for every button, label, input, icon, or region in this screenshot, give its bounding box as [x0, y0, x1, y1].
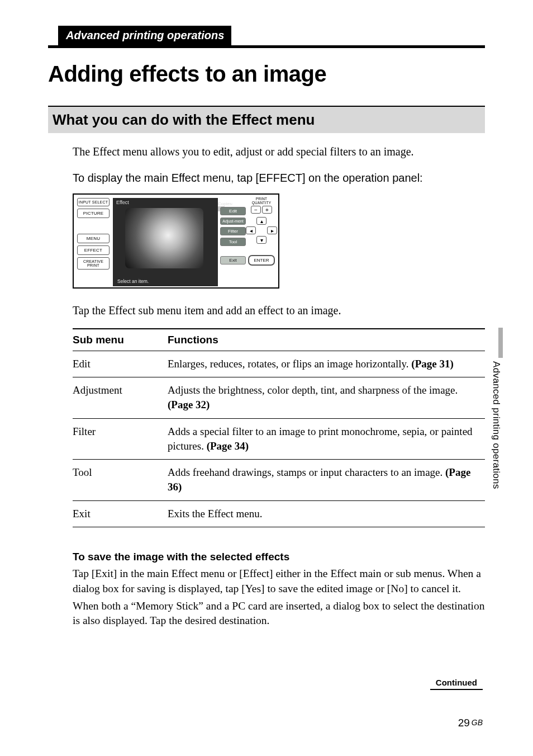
side-tab-text: Advanced printing operations: [491, 361, 502, 489]
cell-func: Adds freehand drawings, stamps or input …: [168, 460, 485, 500]
th-submenu: Sub menu: [73, 329, 168, 351]
ss-print-quantity-label: PRINT QUANTITY: [248, 197, 275, 205]
ss-dpad: ▴ ◂▸ ▾: [248, 217, 275, 245]
dpad-up-icon: ▴: [256, 217, 266, 225]
page-title: Adding effects to an image: [48, 62, 485, 87]
ss-center-panel: Effect Copies: 1 Select an item.: [113, 198, 218, 286]
spacer: [220, 248, 246, 254]
cell-sub: Tool: [73, 460, 168, 500]
ss-left-column: INPUT SELECT PICTURE MENU EFFECT CREATIV…: [77, 198, 110, 270]
ss-rbtn-edit: Edit: [220, 207, 246, 215]
ss-rbtn-exit: Exit: [220, 256, 246, 264]
ss-enter: ENTER: [248, 255, 275, 266]
continued-label: Continued: [430, 675, 483, 690]
ss-btn-picture: PICTURE: [77, 209, 110, 218]
dpad-down-icon: ▾: [256, 236, 266, 244]
side-tab: Advanced printing operations: [491, 328, 503, 507]
functions-table: Sub menu Functions Edit Enlarges, reduce…: [73, 328, 485, 527]
ss-btn-effect: EFFECT: [77, 245, 110, 255]
ss-pm-group: − +: [248, 206, 275, 214]
page-region: GB: [472, 718, 483, 727]
ss-btn-creative-print: CREATIVE PRINT: [77, 257, 110, 270]
cell-sub: Edit: [73, 351, 168, 377]
ss-btn-input-select: INPUT SELECT: [77, 198, 110, 206]
side-tab-marker: [498, 328, 503, 358]
dpad-right-icon: ▸: [267, 226, 277, 234]
section-header: Advanced printing operations: [58, 26, 231, 45]
table-row: Tool Adds freehand drawings, stamps or i…: [73, 460, 485, 500]
save-heading: To save the image with the selected effe…: [73, 551, 485, 563]
section-heading: What you can do with the Effect menu: [48, 106, 485, 133]
cell-sub: Adjustment: [73, 377, 168, 418]
cell-func: Adds a special filter to an image to pri…: [168, 418, 485, 459]
ss-right-column: Edit Adjust-ment Filter Tool Exit: [220, 198, 246, 264]
ss-btn-menu: MENU: [77, 234, 110, 243]
ss-hint: Select an item.: [117, 278, 149, 284]
cell-func: Adjusts the brightness, color depth, tin…: [168, 377, 485, 418]
spacer: [220, 198, 246, 205]
th-functions: Functions: [168, 329, 485, 351]
ss-center-title: Effect: [113, 198, 218, 207]
page-number: 29GB: [458, 717, 483, 729]
ss-minus: −: [251, 206, 261, 214]
intro-text: The Effect menu allows you to edit, adju…: [73, 145, 485, 158]
cell-func: Enlarges, reduces, rotates, or flips an …: [168, 351, 485, 377]
ss-plus: +: [262, 206, 272, 214]
save-para-1: Tap [Exit] in the main Effect menu or [E…: [73, 566, 485, 597]
cell-sub: Filter: [73, 418, 168, 459]
ss-rbtn-adjust: Adjust-ment: [220, 218, 246, 225]
spacer: [77, 220, 110, 231]
table-row: Exit Exits the Effect menu.: [73, 500, 485, 527]
page-number-value: 29: [458, 717, 470, 729]
ss-preview-image: [125, 208, 203, 268]
table-row: Edit Enlarges, reduces, rotates, or flip…: [73, 351, 485, 377]
cell-sub: Exit: [73, 500, 168, 527]
header-rule: [48, 45, 485, 48]
cell-func: Exits the Effect menu.: [168, 500, 485, 527]
ss-far-right: PRINT QUANTITY − + ▴ ◂▸ ▾ ENTER: [248, 197, 275, 266]
dpad-left-icon: ◂: [246, 226, 256, 234]
table-row: Adjustment Adjusts the brightness, color…: [73, 377, 485, 418]
display-instruction: To display the main Effect menu, tap [EF…: [73, 172, 485, 185]
table-row: Filter Adds a special filter to an image…: [73, 418, 485, 459]
tap-line: Tap the Effect sub menu item and add an …: [73, 304, 485, 317]
header-band-wrapper: Advanced printing operations: [48, 26, 485, 48]
ss-rbtn-tool: Tool: [220, 238, 246, 246]
save-para-2: When both a “Memory Stick” and a PC card…: [73, 599, 485, 629]
ss-rbtn-filter: Filter: [220, 227, 246, 235]
effect-menu-screenshot: INPUT SELECT PICTURE MENU EFFECT CREATIV…: [73, 193, 279, 289]
